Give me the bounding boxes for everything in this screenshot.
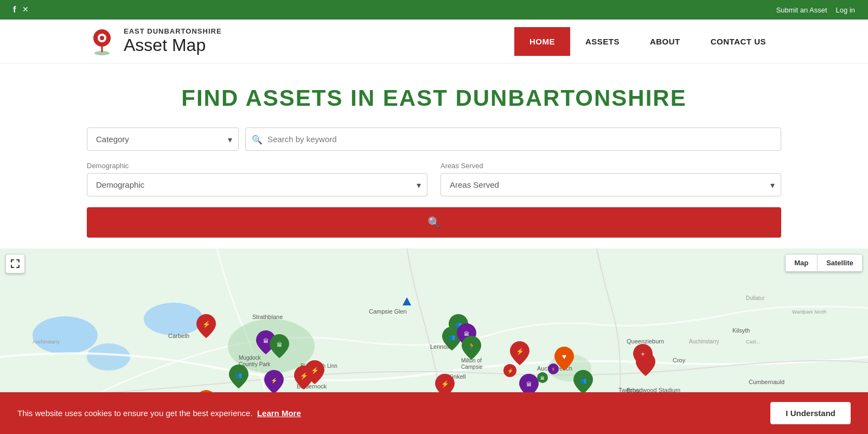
- svg-text:⚡: ⚡: [202, 320, 210, 328]
- nav-contact[interactable]: CONTACT US: [695, 27, 781, 56]
- svg-text:Baldernock: Baldernock: [297, 383, 327, 390]
- cookie-understand-button[interactable]: I Understand: [770, 402, 851, 417]
- map-type-map-button[interactable]: Map: [786, 254, 818, 271]
- svg-text:♥: ♥: [562, 352, 566, 361]
- search-row-1: Category ▾ 🔍: [87, 127, 781, 151]
- svg-text:🏛: 🏛: [526, 381, 532, 387]
- svg-text:⚡: ⚡: [642, 358, 650, 366]
- svg-marker-42: [403, 297, 411, 305]
- social-links: f ✕: [13, 5, 29, 15]
- svg-text:⚡: ⚡: [311, 366, 319, 374]
- svg-text:🏃: 🏃: [468, 342, 476, 350]
- areas-select-wrapper[interactable]: Areas Served ▾: [441, 173, 781, 196]
- svg-text:Croy: Croy: [673, 357, 686, 363]
- top-bar: f ✕ Submit an Asset Log in: [0, 0, 868, 20]
- svg-text:👥: 👥: [449, 334, 456, 341]
- logo-icon: [87, 26, 117, 56]
- svg-text:Strathblane: Strathblane: [252, 314, 283, 320]
- keyword-search[interactable]: 🔍: [245, 127, 781, 151]
- svg-text:Lennox: Lennox: [430, 343, 450, 350]
- search-button[interactable]: 🔍: [87, 207, 781, 238]
- logo-title: Asset Map: [124, 35, 222, 55]
- main-search-section: FIND ASSETS IN EAST DUNBARTONSHIRE Categ…: [0, 63, 868, 248]
- svg-point-9: [228, 319, 315, 373]
- svg-text:Auchinstarry: Auchinstarry: [689, 339, 719, 344]
- logo-subtitle: EAST DUNBARTONSHIRE: [124, 27, 222, 35]
- svg-text:👥: 👥: [235, 372, 242, 379]
- cookie-banner: This website uses cookies to ensure you …: [0, 392, 868, 417]
- facebook-icon[interactable]: f: [13, 5, 16, 15]
- cookie-message: This website uses cookies to ensure you …: [17, 409, 301, 417]
- submit-asset-link[interactable]: Submit an Asset: [776, 6, 827, 14]
- svg-text:Cast...: Cast...: [746, 339, 760, 344]
- cookie-learn-more-link[interactable]: Learn More: [257, 409, 301, 417]
- header: EAST DUNBARTONSHIRE Asset Map HOME ASSET…: [0, 20, 868, 63]
- svg-text:Wardpark North: Wardpark North: [792, 309, 826, 315]
- nav-about[interactable]: ABOUT: [635, 27, 695, 56]
- keyword-search-icon: 🔍: [252, 134, 263, 144]
- map-type-buttons: Map Satellite: [785, 254, 863, 272]
- svg-text:👥: 👥: [580, 377, 587, 384]
- areas-group: Areas Served Areas Served ▾: [441, 162, 781, 196]
- svg-text:Milton of: Milton of: [461, 358, 482, 363]
- svg-text:⚡: ⚡: [516, 347, 524, 355]
- svg-text:Campsie Glen: Campsie Glen: [369, 308, 407, 315]
- svg-text:+: +: [641, 350, 644, 358]
- svg-text:Carbeth: Carbeth: [168, 333, 189, 339]
- svg-text:Mugdock: Mugdock: [239, 355, 261, 361]
- svg-text:🏛: 🏛: [540, 375, 545, 381]
- svg-text:⚡: ⚡: [441, 380, 449, 388]
- svg-text:Country Park: Country Park: [239, 361, 271, 367]
- demographic-label: Demographic: [87, 162, 427, 170]
- logo-text: EAST DUNBARTONSHIRE Asset Map: [124, 27, 222, 55]
- keyword-input[interactable]: [245, 127, 781, 151]
- svg-text:👥: 👥: [455, 321, 462, 328]
- svg-rect-5: [0, 248, 868, 417]
- svg-point-63: [548, 363, 559, 374]
- twitter-icon[interactable]: ✕: [22, 5, 29, 15]
- map-type-satellite-button[interactable]: Satellite: [818, 254, 862, 271]
- svg-text:Dullatur: Dullatur: [746, 295, 765, 301]
- expand-icon: [11, 259, 20, 268]
- top-links: Submit an Asset Log in: [776, 6, 855, 14]
- svg-text:🏛: 🏛: [277, 342, 282, 348]
- page-title: FIND ASSETS IN EAST DUNBARTONSHIRE: [87, 85, 781, 111]
- svg-text:⚡: ⚡: [507, 368, 514, 374]
- login-link[interactable]: Log in: [836, 6, 855, 14]
- demographic-select[interactable]: Demographic: [87, 173, 427, 196]
- svg-text:Auchinstarry: Auchinstarry: [33, 339, 60, 344]
- areas-select[interactable]: Areas Served: [441, 173, 781, 196]
- svg-text:🏃: 🏃: [551, 367, 556, 372]
- svg-text:Auchenreoch: Auchenreoch: [537, 365, 572, 372]
- map-background: Carbeth Strathblane Campsie Glen Lennox …: [0, 248, 868, 417]
- svg-point-59: [503, 364, 516, 377]
- category-select[interactable]: Category: [87, 127, 239, 151]
- svg-point-10: [548, 354, 591, 381]
- demographic-group: Demographic Demographic ▾: [87, 162, 427, 196]
- svg-text:Kilsyth: Kilsyth: [732, 327, 750, 334]
- map-expand-button[interactable]: [5, 254, 25, 273]
- svg-point-6: [33, 316, 98, 354]
- svg-text:Blairskaith Linn: Blairskaith Linn: [301, 363, 337, 369]
- filter-row: Demographic Demographic ▾ Areas Served A…: [87, 162, 781, 196]
- svg-point-7: [87, 343, 130, 371]
- demographic-select-wrapper[interactable]: Demographic ▾: [87, 173, 427, 196]
- svg-text:Cumbernauld: Cumbernauld: [749, 379, 784, 385]
- category-dropdown[interactable]: Category ▾: [87, 127, 239, 151]
- svg-point-8: [144, 303, 203, 335]
- svg-text:Campsie: Campsie: [461, 364, 483, 370]
- logo[interactable]: EAST DUNBARTONSHIRE Asset Map: [87, 26, 222, 56]
- search-button-icon: 🔍: [427, 216, 441, 229]
- svg-text:⚡: ⚡: [300, 372, 308, 380]
- map-svg: Carbeth Strathblane Campsie Glen Lennox …: [0, 248, 868, 417]
- main-nav: HOME ASSETS ABOUT CONTACT US: [514, 27, 781, 56]
- svg-point-61: [537, 372, 548, 383]
- map-container: Carbeth Strathblane Campsie Glen Lennox …: [0, 248, 868, 417]
- nav-assets[interactable]: ASSETS: [570, 27, 635, 56]
- nav-home[interactable]: HOME: [514, 27, 570, 56]
- svg-text:🏛: 🏛: [263, 338, 269, 344]
- svg-text:🏛: 🏛: [464, 331, 469, 337]
- areas-label: Areas Served: [441, 162, 781, 170]
- svg-text:⚡: ⚡: [271, 377, 278, 384]
- svg-point-3: [100, 36, 104, 40]
